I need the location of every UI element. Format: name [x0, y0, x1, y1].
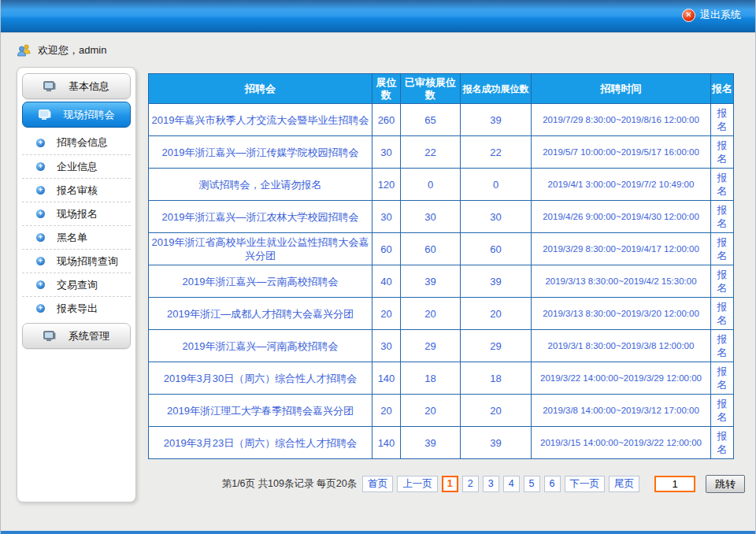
- table-cell: 29: [401, 330, 461, 362]
- table-cell: 2019/3/8 14:00:00~2019/3/12 17:00:00: [532, 395, 711, 427]
- table-cell: 2019年3月23日（周六）综合性人才招聘会: [149, 427, 372, 459]
- sidebar-subitem-label: 企业信息: [57, 160, 98, 174]
- register-link[interactable]: 报名: [717, 139, 728, 165]
- table-cell: 39: [461, 104, 532, 136]
- next-page-button[interactable]: 下一页: [565, 476, 606, 492]
- sidebar: 基本信息 现场招聘会 招聘会信息企业信息报名审核现场报名黑名单现场招聘查询交易查…: [17, 67, 136, 502]
- table-cell-action: 报名: [711, 104, 734, 136]
- table-cell: 2019年浙江嘉兴—云南高校招聘会: [149, 265, 372, 298]
- table-cell: 2019/3/13 8:30:00~2019/3/20 12:00:00: [532, 298, 711, 330]
- first-page-button[interactable]: 首页: [362, 476, 393, 492]
- table-cell: 39: [401, 265, 461, 298]
- sidebar-subitem-0[interactable]: 招聘会信息: [22, 131, 131, 154]
- page-number-button-5[interactable]: 5: [524, 476, 540, 492]
- register-link[interactable]: 报名: [717, 333, 728, 358]
- table-cell: 22: [401, 136, 461, 169]
- sidebar-subitem-label: 报名审核: [57, 184, 98, 198]
- table-row: 2019年浙江嘉兴—浙江农林大学校园招聘会3030302019/4/26 9:0…: [149, 201, 734, 233]
- table-cell: 30: [372, 136, 401, 169]
- col-header-booths: 展位数: [372, 74, 401, 104]
- table-cell: 20: [401, 395, 461, 427]
- sidebar-subitem-label: 现场招聘查询: [57, 254, 118, 269]
- register-link[interactable]: 报名: [717, 236, 728, 261]
- sidebar-subitem-2[interactable]: 报名审核: [22, 178, 131, 202]
- table-cell: 29: [461, 330, 532, 362]
- table-cell: 2019年3月30日（周六）综合性人才招聘会: [149, 362, 372, 395]
- table-cell: 18: [461, 362, 532, 395]
- sidebar-subitem-4[interactable]: 黑名单: [22, 225, 131, 249]
- register-link[interactable]: 报名: [717, 269, 728, 294]
- table-cell: 39: [461, 427, 532, 459]
- register-link[interactable]: 报名: [717, 430, 728, 455]
- table-cell: 2019年浙江省高校毕业生就业公益性招聘大会嘉兴分团: [149, 233, 372, 265]
- welcome-bar: 欢迎您，admin: [1, 33, 755, 67]
- close-icon: ✕: [682, 9, 695, 22]
- table-row: 2019年3月23日（周六）综合性人才招聘会14039392019/3/15 1…: [149, 427, 734, 459]
- table-cell: 20: [372, 298, 401, 330]
- table-cell: 2019/7/29 8:30:00~2019/8/16 12:00:00: [532, 104, 711, 136]
- table-cell: 30: [372, 330, 401, 362]
- content-area: 基本信息 现场招聘会 招聘会信息企业信息报名审核现场报名黑名单现场招聘查询交易查…: [1, 67, 755, 502]
- monitor-icon: [43, 331, 56, 342]
- pagination-info: 第1/6页 共109条记录 每页20条: [222, 477, 358, 491]
- table-cell: 60: [461, 233, 532, 265]
- register-link[interactable]: 报名: [717, 365, 728, 391]
- sidebar-subitem-6[interactable]: 交易查询: [22, 273, 131, 296]
- page-number-list: 123456: [442, 476, 561, 492]
- table-cell: 2019/5/7 10:00:00~2019/5/17 16:00:00: [532, 136, 711, 169]
- col-header-time: 招聘时间: [532, 74, 711, 104]
- page-number-button-4[interactable]: 4: [503, 476, 520, 492]
- table-cell: 2019年嘉兴市秋季人才交流大会暨毕业生招聘会: [149, 104, 372, 136]
- sidebar-item-onsite-fair[interactable]: 现场招聘会: [22, 102, 131, 128]
- register-link[interactable]: 报名: [717, 398, 728, 423]
- table-row: 2019年浙江省高校毕业生就业公益性招聘大会嘉兴分团6060602019/3/2…: [149, 233, 734, 265]
- page-number-button-6[interactable]: 6: [544, 476, 561, 492]
- table-header-row: 招聘会 展位数 已审核展位数 报名成功展位数 招聘时间 报名: [149, 74, 734, 104]
- table-cell-action: 报名: [711, 427, 734, 459]
- pagination-bar: 第1/6页 共109条记录 每页20条 首页 上一页 123456 下一页 尾页…: [148, 475, 745, 493]
- sidebar-subitem-1[interactable]: 企业信息: [22, 154, 131, 178]
- main-panel: 招聘会 展位数 已审核展位数 报名成功展位数 招聘时间 报名 2019年嘉兴市秋…: [148, 67, 745, 493]
- sidebar-subitem-7[interactable]: 报表导出: [22, 296, 131, 320]
- last-page-button[interactable]: 尾页: [609, 476, 639, 492]
- page-number-button-1[interactable]: 1: [442, 476, 458, 492]
- table-row: 2019年浙江理工大学春季招聘会嘉兴分团2020202019/3/8 14:00…: [149, 395, 734, 427]
- jump-button[interactable]: 跳转: [706, 475, 745, 493]
- table-cell: 20: [401, 298, 461, 330]
- welcome-text: 欢迎您，admin: [38, 43, 106, 57]
- register-link[interactable]: 报名: [717, 301, 728, 326]
- table-cell: 2019年浙江—成都人才招聘大会嘉兴分团: [149, 298, 372, 330]
- register-link[interactable]: 报名: [717, 204, 728, 229]
- page-number-button-2[interactable]: 2: [462, 476, 479, 492]
- sidebar-subitem-3[interactable]: 现场报名: [22, 202, 131, 225]
- table-cell-action: 报名: [711, 362, 734, 395]
- table-cell-action: 报名: [711, 395, 734, 427]
- sidebar-item-label: 系统管理: [69, 329, 109, 343]
- sidebar-submenu: 招聘会信息企业信息报名审核现场报名黑名单现场招聘查询交易查询报表导出: [22, 131, 131, 320]
- jump-page-input[interactable]: [654, 476, 695, 492]
- plus-bullet-icon: [36, 139, 45, 147]
- table-cell: 40: [372, 265, 401, 298]
- prev-page-button[interactable]: 上一页: [397, 476, 438, 492]
- bottom-edge: [1, 531, 755, 534]
- table-cell: 30: [401, 201, 461, 233]
- plus-bullet-icon: [36, 210, 45, 218]
- plus-bullet-icon: [36, 162, 45, 171]
- table-cell: 2019/4/1 3:00:00~2019/7/2 10:49:00: [532, 169, 711, 201]
- register-link[interactable]: 报名: [717, 107, 728, 132]
- table-cell: 20: [372, 395, 401, 427]
- logout-button[interactable]: ✕ 退出系统: [682, 8, 741, 22]
- register-link[interactable]: 报名: [717, 172, 728, 197]
- table-cell: 2019年浙江嘉兴—河南高校招聘会: [149, 330, 372, 362]
- table-cell: 测试招聘会，企业请勿报名: [149, 169, 372, 201]
- sidebar-item-system-mgmt[interactable]: 系统管理: [22, 323, 131, 349]
- page-number-button-3[interactable]: 3: [483, 476, 499, 492]
- table-cell: 2019/4/26 9:00:00~2019/4/30 12:00:00: [532, 201, 711, 233]
- sidebar-subitem-5[interactable]: 现场招聘查询: [22, 249, 131, 273]
- monitor-icon: [43, 81, 56, 92]
- table-cell: 22: [461, 136, 532, 169]
- sidebar-item-basic-info[interactable]: 基本信息: [22, 73, 131, 99]
- plus-bullet-icon: [36, 304, 45, 313]
- table-cell: 60: [372, 233, 401, 265]
- table-cell: 20: [461, 395, 532, 427]
